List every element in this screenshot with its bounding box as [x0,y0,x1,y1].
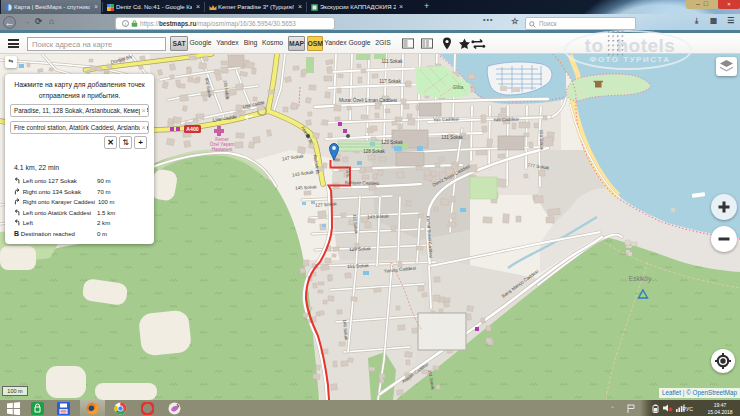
svg-text:Murat Özeli Liman Caddesi: Murat Özeli Liman Caddesi [339,97,397,103]
svg-text:153 Sokak: 153 Sokak [539,129,545,151]
svg-text:Eskiköy: Eskiköy [629,275,652,283]
svg-text:131 Sokak: 131 Sokak [441,135,463,140]
svg-text:117 Sokak: 117 Sokak [379,79,401,84]
svg-text:134 S.: 134 S. [344,166,350,178]
svg-text:123 Sokak: 123 Sokak [381,140,403,145]
svg-text:A400: A400 [186,126,199,132]
svg-text:Gilba: Gilba [453,85,464,90]
svg-text:Hastanesi: Hastanesi [212,147,232,152]
svg-text:111 Sokak: 111 Sokak [381,59,403,64]
svg-text:Yalı Caddesi: Yalı Caddesi [433,117,459,123]
svg-text:Yalı Caddesi: Yalı Caddesi [493,117,519,123]
svg-text:128 Sokak: 128 Sokak [363,149,385,154]
